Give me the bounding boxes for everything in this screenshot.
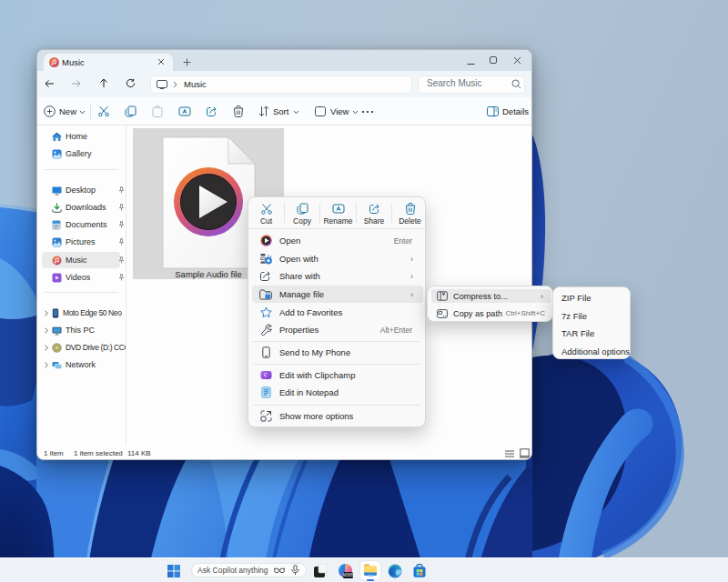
svg-text:M365: M365 [343,573,353,577]
